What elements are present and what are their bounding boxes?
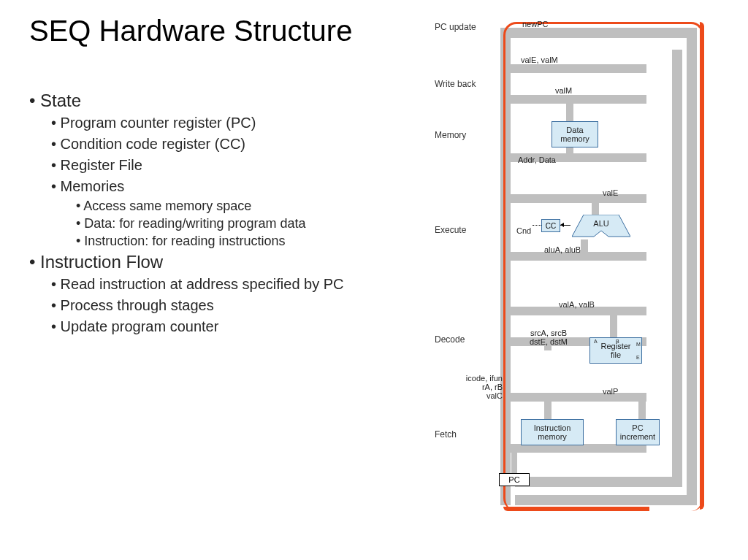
bullet-mem1: Access same memory space <box>86 199 409 214</box>
svg-text:ALU: ALU <box>593 219 608 228</box>
stage-writeback: Write back <box>435 79 476 89</box>
bullet-if1: Read instruction at address specified by… <box>61 275 409 294</box>
block-pc: PC <box>499 473 530 486</box>
sig-valp: valP <box>603 387 618 396</box>
sig-alu-ab: aluA, aluB <box>544 245 581 254</box>
sig-addr-data: Addr, Data <box>518 156 556 164</box>
page-title: SEQ Hardware Structure <box>29 15 352 47</box>
port-b: B <box>616 339 619 344</box>
block-data-memory: Data memory <box>552 121 598 147</box>
block-cc: CC <box>541 219 560 232</box>
port-e: E <box>636 355 640 360</box>
block-pc-increment: PC increment <box>616 419 660 445</box>
sig-vala-valb: valA, valB <box>559 300 595 309</box>
bullet-rf: Register File <box>61 156 409 174</box>
bullet-iflow: Instruction Flow <box>39 252 409 272</box>
port-a: A <box>594 339 598 344</box>
content-text: State Program counter register (PC) Cond… <box>29 88 409 339</box>
sig-vale: valE <box>603 188 618 197</box>
seq-diagram: PC update Write back Memory Execute Deco… <box>427 13 734 539</box>
block-alu: ALU <box>572 215 630 239</box>
sig-vale-valm: valE, valM <box>521 55 558 64</box>
sig-srcdst: srcA, srcB dstE, dstM <box>530 329 568 346</box>
bullet-mem3: Instruction: for reading instructions <box>86 234 409 249</box>
port-m: M <box>636 342 641 347</box>
sig-cnd: Cnd <box>516 226 531 235</box>
bullet-if2: Process through stages <box>61 296 409 315</box>
bullet-mem: Memories <box>61 177 409 196</box>
sig-newpc: newPC <box>522 20 548 28</box>
bullet-cc: Condition code register (CC) <box>61 135 409 153</box>
bullet-if3: Update program counter <box>61 318 409 336</box>
sig-valm: valM <box>555 86 572 95</box>
stage-pcupdate: PC update <box>435 22 476 32</box>
stage-fetch: Fetch <box>435 429 457 440</box>
bullet-state: State <box>39 91 409 111</box>
bullet-pc: Program counter register (PC) <box>61 114 409 132</box>
sig-icode: icode, ifun rA, rB valC <box>453 374 503 400</box>
stage-decode: Decode <box>435 334 465 345</box>
bullet-mem2: Data: for reading/writing program data <box>86 216 409 231</box>
block-instruction-memory: Instruction memory <box>521 419 584 445</box>
stage-execute: Execute <box>435 225 466 235</box>
stage-memory: Memory <box>435 130 466 140</box>
